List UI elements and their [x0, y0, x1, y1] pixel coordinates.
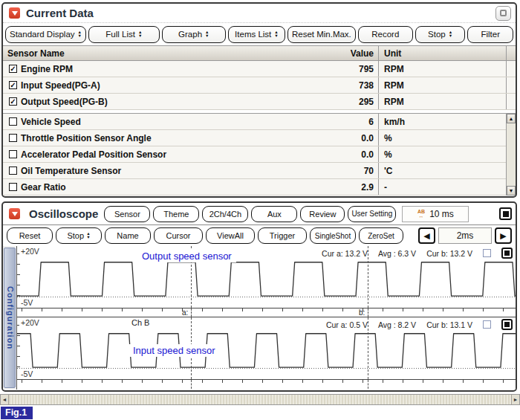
- page-title: Current Data: [26, 7, 94, 19]
- column-value[interactable]: Value: [308, 48, 378, 59]
- column-sensor-name[interactable]: Sensor Name: [3, 48, 308, 59]
- channel-b-plot[interactable]: +20V -5V Ch B Input speed sensor Cur a: …: [17, 317, 516, 380]
- graph-button[interactable]: Graph▲▼: [162, 26, 226, 43]
- y-axis-ticks: [17, 253, 20, 300]
- scroll-left-button[interactable]: ◄: [1, 395, 9, 404]
- selected-sensors-table: ✓Engine RPM 795 RPM ✓Input Speed(PG-A) 7…: [3, 61, 516, 110]
- trigger-button[interactable]: Trigger: [258, 227, 307, 244]
- cursor-a-label: a:: [182, 308, 188, 317]
- current-data-panel: Current Data Standard Display▲▼ Full Lis…: [1, 2, 517, 198]
- cursor-a-value: Cur a: 13.2 V: [322, 249, 368, 258]
- channel-b-stop-button[interactable]: [501, 319, 513, 330]
- review-button[interactable]: Review: [300, 206, 345, 222]
- average-value: Avg : 6.3 V: [378, 249, 416, 258]
- view-all-button[interactable]: ViewAll: [206, 227, 255, 244]
- row-checkbox[interactable]: ✓: [9, 65, 17, 73]
- channel-a-checkbox[interactable]: [483, 249, 491, 257]
- panel-marker-icon[interactable]: [9, 208, 20, 219]
- scrollbar-track[interactable]: [9, 395, 511, 404]
- row-checkbox[interactable]: [9, 117, 17, 126]
- scope-stop-button[interactable]: Stop ▲▼: [56, 227, 102, 244]
- left-arrow-icon: ◀: [423, 232, 429, 240]
- theme-button[interactable]: Theme: [153, 206, 199, 222]
- table-row[interactable]: Vehicle Speed 6 km/h: [3, 114, 516, 130]
- filter-button[interactable]: Filter: [467, 26, 513, 43]
- row-checkbox[interactable]: ✓: [9, 97, 17, 106]
- table-row[interactable]: Oil Temperature Sensor 70 'C: [3, 163, 516, 179]
- timebase-value: 2ms: [438, 227, 492, 244]
- configuration-tab[interactable]: Configuration: [4, 248, 16, 388]
- channel-b-checkbox[interactable]: [483, 320, 491, 329]
- scroll-up-button[interactable]: ▲: [507, 114, 516, 123]
- table-row[interactable]: Gear Ratio 2.9 -: [3, 179, 516, 196]
- row-checkbox[interactable]: [9, 150, 17, 158]
- row-checkbox[interactable]: [9, 167, 17, 175]
- sensor-value: 2.9: [308, 182, 378, 193]
- record-button[interactable]: Record: [358, 26, 413, 43]
- channel-a-stop-button[interactable]: [501, 248, 513, 259]
- current-data-header: Current Data: [3, 4, 516, 23]
- y-max-label: +20V: [19, 247, 41, 256]
- sensor-value: 295: [308, 97, 378, 107]
- horizontal-scrollbar[interactable]: ◄ ►: [0, 394, 520, 405]
- timebase-prev-button[interactable]: ◀: [418, 227, 435, 244]
- current-data-toolbar: Standard Display▲▼ Full List▲▼ Graph▲▼ I…: [3, 23, 516, 45]
- 2ch-4ch-button[interactable]: 2Ch/4Ch: [202, 206, 248, 222]
- items-list-button[interactable]: Items List▲▼: [228, 26, 285, 43]
- single-shot-button[interactable]: SingleShot: [310, 227, 356, 244]
- x-axis-ticks: [22, 380, 516, 383]
- table-scrollbar[interactable]: ▲ ▼: [506, 114, 516, 196]
- restore-icon: [500, 10, 507, 16]
- zero-set-button[interactable]: ZeroSet: [359, 227, 403, 244]
- table-header: Sensor Name Value Unit: [3, 45, 516, 61]
- table-row[interactable]: Throttle Position Sensor Angle 0.0 %: [3, 130, 516, 146]
- restore-window-button[interactable]: [495, 6, 511, 21]
- oscilloscope-toolbar: Reset Stop ▲▼ Name Cursor ViewAll Trigge…: [3, 225, 516, 246]
- y-max-label: +20V: [19, 318, 41, 327]
- table-row[interactable]: Accelerator Pedal Position Sensor 0.0 %: [3, 146, 516, 163]
- sensor-name: Gear Ratio: [21, 182, 66, 193]
- cursor-button[interactable]: Cursor: [154, 227, 203, 244]
- standard-display-button[interactable]: Standard Display▲▼: [5, 26, 86, 43]
- spinner-icon: ▲▼: [78, 30, 82, 37]
- spinner-icon: ▲▼: [205, 30, 209, 37]
- up-arrow-icon: ▲: [509, 116, 514, 121]
- panel-marker-icon[interactable]: [9, 7, 20, 19]
- sample-time-display: AB↔ 10 ms: [402, 206, 469, 222]
- channel-b-readouts: Cur a: 0.5 V Avg : 8.2 V Cur b: 13.1 V: [326, 319, 513, 330]
- row-checkbox[interactable]: [9, 134, 17, 142]
- channel-power-button[interactable]: [499, 207, 512, 220]
- spinner-icon: ▲▼: [449, 30, 452, 37]
- user-setting-button[interactable]: User Setting: [348, 206, 396, 222]
- channel-a-plot[interactable]: +20V -5V Output speed sensor Cur a: 13.2…: [17, 246, 516, 308]
- table-row[interactable]: ✓Input Speed(PG-A) 738 RPM: [3, 77, 516, 94]
- cursor-b-value: Cur b: 13.1 V: [426, 320, 472, 329]
- aux-button[interactable]: Aux: [251, 206, 297, 222]
- sample-time-value: 10 ms: [429, 209, 454, 219]
- sensor-unit: RPM: [378, 77, 506, 93]
- scope-plots: Configuration +20V -5V Output speed sens…: [3, 246, 516, 390]
- column-unit[interactable]: Unit: [378, 46, 506, 60]
- table-row[interactable]: ✓Engine RPM 795 RPM: [3, 61, 516, 77]
- name-button[interactable]: Name: [105, 227, 151, 244]
- table-row[interactable]: ✓Output Speed(PG-B) 295 RPM: [3, 94, 516, 110]
- sensor-button[interactable]: Sensor: [104, 206, 150, 222]
- black-square-icon: [504, 251, 510, 256]
- sensor-name: Vehicle Speed: [21, 117, 81, 127]
- cursor-a-value: Cur a: 0.5 V: [326, 320, 368, 329]
- sensor-value: 0.0: [308, 133, 378, 143]
- reset-button[interactable]: Reset: [7, 227, 53, 244]
- full-list-button[interactable]: Full List▲▼: [88, 26, 160, 43]
- scroll-down-button[interactable]: ▼: [507, 186, 516, 196]
- scroll-right-button[interactable]: ►: [511, 395, 519, 404]
- reset-min-max-button[interactable]: Reset Min.Max.: [287, 26, 356, 43]
- row-checkbox[interactable]: [9, 183, 17, 191]
- stop-button[interactable]: Stop▲▼: [415, 26, 466, 43]
- spinner-icon: ▲▼: [138, 30, 142, 37]
- y-axis-ticks: [17, 325, 20, 371]
- row-checkbox[interactable]: ✓: [9, 81, 17, 89]
- y-min-label: -5V: [19, 298, 34, 307]
- sensor-name: Output Speed(PG-B): [21, 97, 108, 107]
- timebase-next-button[interactable]: ▶: [495, 227, 512, 244]
- sensor-value: 70: [308, 166, 378, 176]
